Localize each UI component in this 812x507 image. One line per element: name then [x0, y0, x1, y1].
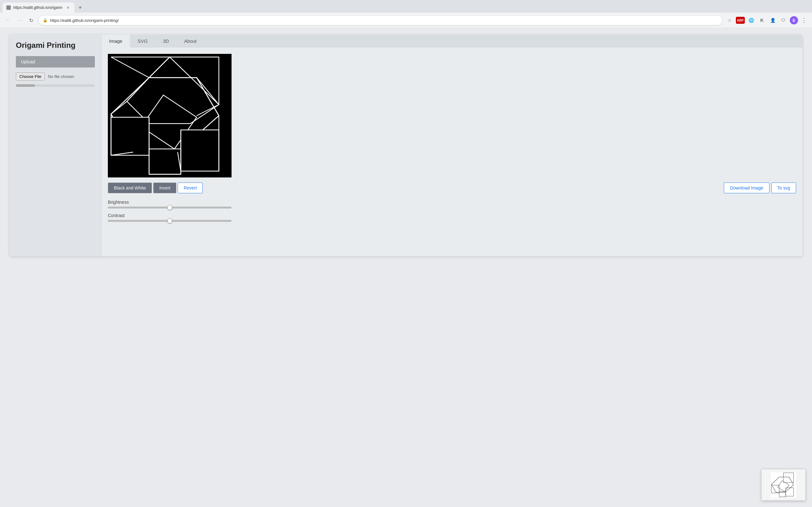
active-tab[interactable]: https://ealitt.github.io/origami- ✕ — [3, 3, 74, 13]
app-container: Origami Printing Upload Choose File No f… — [9, 35, 803, 257]
brightness-label: Brightness — [108, 200, 796, 205]
forward-button[interactable]: → — [15, 16, 24, 25]
brightness-section: Brightness — [108, 200, 796, 209]
contrast-section: Contrast — [108, 213, 796, 222]
adblock-icon[interactable]: ABP — [736, 17, 745, 24]
sidebar-scrollbar[interactable] — [16, 84, 95, 87]
contrast-slider-track[interactable] — [108, 220, 232, 222]
svg-marker-6 — [111, 117, 149, 155]
tab-svg[interactable]: SVG — [130, 35, 155, 48]
browser-tab-bar: https://ealitt.github.io/origami- ✕ + — [0, 0, 812, 13]
invert-button[interactable]: Invert — [153, 182, 176, 193]
to-svg-button[interactable]: To svg — [771, 182, 796, 193]
contrast-label: Contrast — [108, 213, 796, 218]
sidebar: Origami Printing Upload Choose File No f… — [9, 35, 101, 257]
origami-svg — [108, 54, 232, 177]
contrast-slider-fill — [108, 220, 170, 222]
globe-icon[interactable]: 🌐 — [747, 16, 756, 25]
menu-button[interactable]: ⋮ — [800, 15, 808, 25]
tab-bar: Image SVG 3D About — [101, 35, 803, 48]
brightness-slider-track[interactable] — [108, 207, 232, 209]
shield-icon[interactable]: 🛡 — [779, 16, 788, 25]
address-bar[interactable]: 🔒 https://ealitt.github.io/origami-print… — [38, 15, 722, 25]
svg-marker-8 — [149, 149, 181, 174]
tab-about[interactable]: About — [177, 35, 204, 48]
black-and-white-button[interactable]: Black and White — [108, 182, 152, 193]
bookmark-icon[interactable]: ☆ — [725, 16, 734, 25]
tab-image[interactable]: Image — [101, 35, 130, 48]
export-buttons-group: Download Image To svg — [724, 182, 796, 193]
upload-button[interactable]: Upload — [16, 56, 95, 67]
svg-marker-7 — [181, 130, 219, 171]
file-input-area: Choose File No file chosen — [16, 72, 95, 80]
url-text: https://ealitt.github.io/origami-printin… — [50, 18, 718, 23]
tab-3d[interactable]: 3D — [155, 35, 176, 48]
k-icon[interactable]: K — [757, 16, 766, 25]
contrast-slider-thumb[interactable] — [167, 218, 172, 223]
main-content: Image SVG 3D About — [101, 35, 803, 257]
tab-title: https://ealitt.github.io/origami- — [13, 5, 63, 10]
revert-button[interactable]: Revert — [177, 182, 203, 193]
choose-file-button[interactable]: Choose File — [16, 72, 45, 80]
tab-favicon — [6, 5, 11, 10]
toolbar-icons: ☆ ABP 🌐 K 👤 🛡 E ⋮ — [725, 15, 808, 25]
thumbnail-svg — [764, 472, 803, 498]
lock-icon: 🔒 — [43, 18, 48, 22]
no-file-text: No file chosen — [48, 74, 74, 79]
reload-button[interactable]: ↻ — [27, 16, 36, 25]
image-canvas — [108, 54, 232, 177]
content-area: Black and White Invert Revert Download I… — [101, 48, 803, 257]
image-controls-group: Black and White Invert Revert — [108, 182, 203, 193]
controls-row: Black and White Invert Revert Download I… — [108, 182, 796, 193]
page-content: Origami Printing Upload Choose File No f… — [0, 28, 812, 507]
app-title: Origami Printing — [16, 41, 95, 50]
brightness-slider-fill — [108, 207, 170, 209]
sidebar-scrollbar-thumb — [16, 84, 35, 87]
person-icon[interactable]: 👤 — [768, 16, 777, 25]
new-tab-button[interactable]: + — [76, 3, 85, 12]
thumbnail-inner — [762, 469, 805, 500]
browser-chrome: https://ealitt.github.io/origami- ✕ + ← … — [0, 0, 812, 28]
back-button[interactable]: ← — [4, 16, 13, 25]
brightness-slider-thumb[interactable] — [167, 205, 172, 210]
profile-badge[interactable]: E — [790, 16, 798, 24]
tab-close-button[interactable]: ✕ — [66, 5, 71, 10]
thumbnail-preview — [761, 469, 806, 501]
browser-toolbar: ← → ↻ 🔒 https://ealitt.github.io/origami… — [0, 13, 812, 28]
download-image-button[interactable]: Download Image — [724, 182, 769, 193]
